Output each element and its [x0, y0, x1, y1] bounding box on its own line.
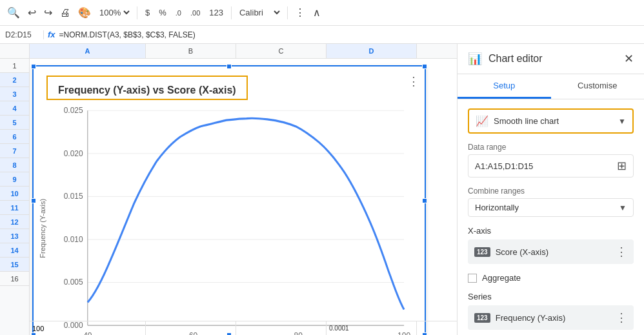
close-button[interactable]: ✕ [624, 52, 634, 66]
decimal-more-button[interactable]: .00 [188, 8, 203, 18]
cell-c16[interactable] [236, 321, 327, 335]
tab-setup[interactable]: Setup [458, 74, 551, 99]
font-select[interactable]: Calibri [237, 7, 282, 18]
currency-button[interactable]: $ [143, 6, 152, 19]
svg-text:0.020: 0.020 [64, 148, 83, 157]
percent-button[interactable]: % [156, 6, 169, 19]
formula-icon: fx [48, 30, 55, 39]
editor-tabs: Setup Customise [458, 74, 644, 99]
row-num-1: 1 [0, 59, 29, 73]
x-axis-num-icon: 123 [474, 247, 490, 257]
series-section: Series 123 Frequency (Y-axis) ⋮ [468, 292, 634, 330]
cell-reference[interactable]: D2:D15 [5, 30, 44, 39]
row-num-4: 4 [0, 101, 29, 116]
cell-b16[interactable] [146, 321, 236, 335]
chart-editor-icon: 📊 [468, 52, 482, 66]
chart-editor-panel: 📊 Chart editor ✕ Setup Customise 📈 Smoot… [457, 44, 644, 335]
chart-title: Frequency (Y-axis) vs Score (X-axis) [46, 76, 248, 100]
row-num-11: 11 [0, 201, 29, 215]
svg-text:0.015: 0.015 [64, 192, 83, 201]
data-range-value: A1:A15,D1:D15 [475, 161, 533, 171]
row-num-10: 10 [0, 187, 29, 201]
combine-ranges-dropdown[interactable]: Horizontally ▼ [468, 198, 634, 217]
col-header-b[interactable]: B [146, 44, 236, 58]
combine-ranges-section: Combine ranges Horizontally ▼ [468, 187, 634, 217]
divider-3 [287, 6, 288, 19]
bottom-row: 100 0.0001 [30, 321, 457, 335]
series-item-left: 123 Frequency (Y-axis) [474, 313, 565, 323]
row-num-2: 2 [0, 73, 29, 87]
editor-title: Chart editor [488, 53, 543, 65]
cells-area: Frequency (Y-axis) vs Score (X-axis) ⋮ F… [30, 59, 457, 335]
svg-text:0.025: 0.025 [64, 106, 83, 115]
undo-icon[interactable]: ↩ [26, 5, 38, 21]
data-range-row[interactable]: A1:A15,D1:D15 ⊞ [468, 154, 634, 178]
print-icon[interactable]: 🖨 [58, 5, 72, 21]
aggregate-label: Aggregate [482, 273, 521, 283]
chart-type-label: Smooth line chart [494, 116, 559, 126]
row-num-14: 14 [0, 243, 29, 258]
chart-svg: 0.025 0.020 0.015 0.010 0.005 0.000 [49, 103, 419, 335]
svg-text:0.010: 0.010 [64, 235, 83, 244]
formula-content: =NORM.DIST(A3, $B$3, $C$3, FALSE) [59, 30, 196, 39]
divider-2 [231, 6, 232, 19]
series-item: 123 Frequency (Y-axis) ⋮ [468, 305, 634, 330]
series-title: Series [468, 292, 634, 301]
col-header-d[interactable]: D [327, 44, 417, 58]
col-header-c[interactable]: C [236, 44, 327, 58]
x-axis-title: X-axis [468, 226, 634, 236]
chart-menu-button[interactable]: ⋮ [408, 74, 419, 88]
row-numbers: 1 2 3 4 5 6 7 8 9 10 11 12 13 14 15 16 [0, 59, 30, 335]
row-num-3: 3 [0, 87, 29, 101]
row-num-16: 16 [0, 272, 29, 286]
series-more-icon[interactable]: ⋮ [616, 310, 627, 325]
x-axis-more-icon[interactable]: ⋮ [616, 245, 627, 259]
row-num-6: 6 [0, 130, 29, 144]
combine-ranges-dropdown-icon: ▼ [619, 203, 627, 212]
zoom-select[interactable]: 100% [97, 7, 132, 18]
aggregate-row: Aggregate [468, 273, 634, 283]
expand-icon[interactable]: ∧ [311, 5, 323, 21]
chart-type-selector[interactable]: 📈 Smooth line chart ▼ [468, 108, 634, 134]
decimal-up-button[interactable]: .0 [173, 8, 184, 18]
svg-text:0.005: 0.005 [64, 278, 83, 287]
row-num-5: 5 [0, 116, 29, 130]
editor-header: 📊 Chart editor ✕ [458, 44, 644, 74]
formula-bar: D2:D15 fx =NORM.DIST(A3, $B$3, $C$3, FAL… [0, 26, 644, 44]
main-area: A B C D 1 2 3 4 5 6 7 8 9 10 11 12 13 14 [0, 44, 644, 335]
search-icon[interactable]: 🔍 [5, 5, 22, 21]
num-format-button[interactable]: 123 [206, 6, 226, 19]
x-axis-item-label: Score (X-axis) [496, 247, 548, 257]
aggregate-checkbox[interactable] [468, 274, 477, 283]
combine-ranges-value: Horizontally [475, 203, 519, 212]
divider-1 [137, 6, 137, 19]
y-axis-label: Frequency (Y-axis) [39, 103, 46, 335]
cell-d16[interactable]: 0.0001 [327, 321, 417, 335]
rows-area: 1 2 3 4 5 6 7 8 9 10 11 12 13 14 15 16 [0, 59, 457, 335]
series-num-icon: 123 [474, 313, 490, 323]
paint-format-icon[interactable]: 🎨 [76, 5, 93, 21]
series-item-label: Frequency (Y-axis) [496, 313, 566, 323]
col-header-a[interactable]: A [30, 44, 146, 58]
column-headers: A B C D [0, 44, 457, 59]
more-icon[interactable]: ⋮ [293, 5, 307, 21]
row-num-7: 7 [0, 144, 29, 158]
row-num-15: 15 [0, 258, 29, 272]
grid-icon[interactable]: ⊞ [617, 159, 627, 173]
chart-type-left: 📈 Smooth line chart [476, 115, 559, 127]
x-axis-item-left: 123 Score (X-axis) [474, 247, 548, 257]
row-num-12: 12 [0, 215, 29, 229]
chart-container[interactable]: Frequency (Y-axis) vs Score (X-axis) ⋮ F… [32, 65, 426, 335]
x-axis-section: X-axis 123 Score (X-axis) ⋮ [468, 226, 634, 264]
redo-icon[interactable]: ↪ [42, 5, 54, 21]
row-num-header [0, 44, 30, 58]
data-range-label: Data range [468, 143, 634, 152]
row-num-9: 9 [0, 172, 29, 187]
combine-ranges-label: Combine ranges [468, 187, 634, 196]
tab-customise[interactable]: Customise [551, 74, 645, 99]
editor-body: 📈 Smooth line chart ▼ Data range A1:A15,… [458, 99, 644, 335]
data-range-section: Data range A1:A15,D1:D15 ⊞ [468, 143, 634, 178]
x-axis-item: 123 Score (X-axis) ⋮ [468, 239, 634, 264]
cell-a16[interactable]: 100 [30, 321, 146, 335]
spreadsheet: A B C D 1 2 3 4 5 6 7 8 9 10 11 12 13 14 [0, 44, 457, 335]
